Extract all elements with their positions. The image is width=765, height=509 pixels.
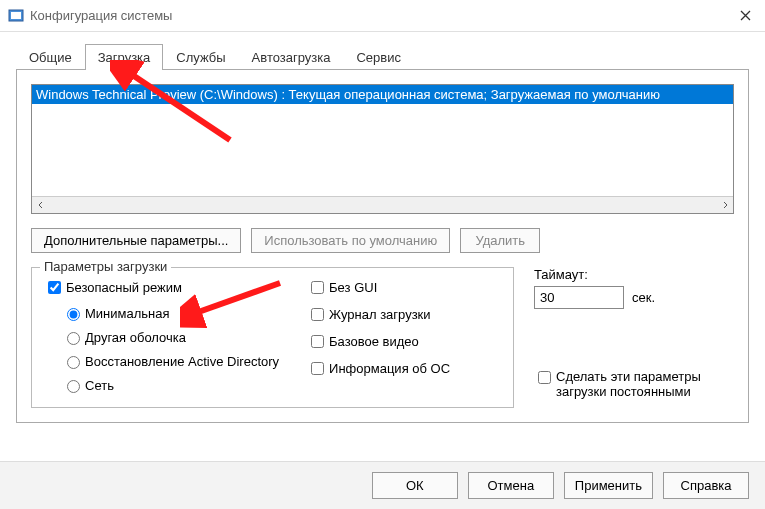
no-gui-input[interactable] xyxy=(311,281,324,294)
os-info-input[interactable] xyxy=(311,362,324,375)
no-gui-checkbox[interactable]: Без GUI xyxy=(307,278,450,297)
apply-button[interactable]: Применить xyxy=(564,472,653,499)
persist-input[interactable] xyxy=(538,371,551,384)
os-info-checkbox[interactable]: Информация об ОС xyxy=(307,359,450,378)
app-icon xyxy=(8,8,24,24)
title-bar: Конфигурация системы xyxy=(0,0,765,32)
right-column: Без GUI Журнал загрузки Базовое видео xyxy=(307,278,450,395)
no-gui-label: Без GUI xyxy=(329,280,377,295)
group-title: Параметры загрузки xyxy=(40,259,171,274)
alt-shell-input[interactable] xyxy=(67,332,80,345)
close-button[interactable] xyxy=(725,0,765,32)
base-video-input[interactable] xyxy=(311,335,324,348)
minimal-radio[interactable]: Минимальная xyxy=(62,305,279,321)
left-column: Безопасный режим Минимальная Другая обол… xyxy=(44,278,279,395)
scroll-left-icon[interactable] xyxy=(32,197,49,214)
tab-services[interactable]: Службы xyxy=(163,44,238,70)
svg-rect-1 xyxy=(11,12,21,19)
scroll-right-icon[interactable] xyxy=(716,197,733,214)
horizontal-scrollbar[interactable] xyxy=(32,196,733,213)
timeout-column: Таймаут: сек. Сделать эти параметры загр… xyxy=(534,267,734,408)
os-info-label: Информация об ОС xyxy=(329,361,450,376)
safe-mode-input[interactable] xyxy=(48,281,61,294)
tab-strip: Общие Загрузка Службы Автозагрузка Серви… xyxy=(16,44,749,70)
tab-general[interactable]: Общие xyxy=(16,44,85,70)
tab-panel-boot: Windows Technical Preview (C:\Windows) :… xyxy=(16,70,749,423)
persist-checkbox[interactable]: Сделать эти параметры загрузки постоянны… xyxy=(534,369,734,399)
timeout-unit: сек. xyxy=(632,290,655,305)
minimal-input[interactable] xyxy=(67,308,80,321)
dialog-footer: ОК Отмена Применить Справка xyxy=(0,461,765,509)
ad-repair-radio[interactable]: Восстановление Active Directory xyxy=(62,353,279,369)
tab-boot[interactable]: Загрузка xyxy=(85,44,164,70)
delete-button[interactable]: Удалить xyxy=(460,228,540,253)
alt-shell-label: Другая оболочка xyxy=(85,330,186,345)
safe-mode-label: Безопасный режим xyxy=(66,280,182,295)
ok-button[interactable]: ОК xyxy=(372,472,458,499)
cancel-button[interactable]: Отмена xyxy=(468,472,554,499)
tab-startup[interactable]: Автозагрузка xyxy=(239,44,344,70)
timeout-input[interactable] xyxy=(534,286,624,309)
boot-log-checkbox[interactable]: Журнал загрузки xyxy=(307,305,450,324)
help-button[interactable]: Справка xyxy=(663,472,749,499)
boot-log-input[interactable] xyxy=(311,308,324,321)
advanced-options-button[interactable]: Дополнительные параметры... xyxy=(31,228,241,253)
alt-shell-radio[interactable]: Другая оболочка xyxy=(62,329,279,345)
lower-section: Параметры загрузки Безопасный режим Мини… xyxy=(31,267,734,408)
ad-repair-label: Восстановление Active Directory xyxy=(85,354,279,369)
persist-label: Сделать эти параметры загрузки постоянны… xyxy=(556,369,734,399)
tab-tools[interactable]: Сервис xyxy=(343,44,414,70)
base-video-label: Базовое видео xyxy=(329,334,419,349)
boot-options-group: Параметры загрузки Безопасный режим Мини… xyxy=(31,267,514,408)
ad-repair-input[interactable] xyxy=(67,356,80,369)
base-video-checkbox[interactable]: Базовое видео xyxy=(307,332,450,351)
boot-log-label: Журнал загрузки xyxy=(329,307,430,322)
safe-mode-checkbox[interactable]: Безопасный режим xyxy=(44,278,279,297)
network-radio[interactable]: Сеть xyxy=(62,377,279,393)
network-label: Сеть xyxy=(85,378,114,393)
timeout-label: Таймаут: xyxy=(534,267,734,282)
boot-action-buttons: Дополнительные параметры... Использовать… xyxy=(31,228,734,253)
window-title: Конфигурация системы xyxy=(30,8,725,23)
network-input[interactable] xyxy=(67,380,80,393)
dialog-content: Общие Загрузка Службы Автозагрузка Серви… xyxy=(0,32,765,435)
minimal-label: Минимальная xyxy=(85,306,170,321)
boot-entries-list[interactable]: Windows Technical Preview (C:\Windows) :… xyxy=(31,84,734,214)
set-default-button[interactable]: Использовать по умолчанию xyxy=(251,228,450,253)
boot-entry-row[interactable]: Windows Technical Preview (C:\Windows) :… xyxy=(32,85,733,104)
